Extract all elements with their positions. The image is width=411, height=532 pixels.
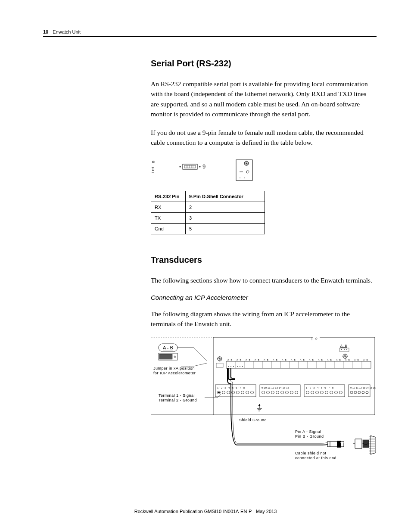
svg-text:A - B: A - B — [345, 358, 350, 361]
svg-point-38 — [174, 357, 175, 357]
svg-text:A - B: A - B — [318, 358, 323, 361]
header-title: Enwatch Unit — [53, 29, 81, 34]
svg-point-118 — [366, 391, 368, 394]
svg-point-92 — [218, 392, 220, 393]
svg-point-116 — [358, 391, 361, 394]
table-cell: RX — [151, 202, 186, 212]
table-row: RX 2 — [151, 202, 265, 212]
svg-point-78 — [230, 366, 231, 367]
svg-point-101 — [295, 391, 298, 394]
icp-wiring-diagram: A - B A - B Jumper in xA position for IC… — [151, 337, 379, 467]
section-heading-transducers: Transducers — [151, 255, 372, 265]
pin-b-text: Pin B - Ground — [295, 434, 324, 439]
serial-port-diagram: 9 — [151, 159, 258, 181]
svg-point-111 — [339, 391, 342, 394]
table-row: TX 3 — [151, 212, 265, 223]
svg-point-94 — [262, 391, 265, 394]
svg-text:A - B: A - B — [327, 358, 332, 361]
svg-text:9-10-11-12-13-14-15-16: 9-10-11-12-13-14-15-16 — [350, 386, 376, 389]
svg-point-98 — [281, 391, 284, 394]
svg-point-106 — [316, 391, 319, 394]
page-footer: Rockwell Automation Publication GMSI10-I… — [0, 509, 411, 514]
main-content: Serial Port (RS-232) An RS-232 compatibl… — [151, 59, 372, 467]
svg-point-28 — [341, 349, 342, 350]
svg-point-110 — [335, 391, 338, 394]
svg-text:A - B: A - B — [273, 358, 278, 361]
svg-point-104 — [306, 391, 309, 394]
svg-text:A - B: A - B — [282, 358, 287, 361]
svg-point-108 — [325, 391, 328, 394]
shield-ground-text: Shield Ground — [239, 418, 267, 422]
svg-point-16 — [244, 177, 245, 178]
svg-rect-36 — [159, 354, 172, 359]
table-cell: 3 — [186, 212, 265, 223]
page-header: 10 Enwatch Unit — [43, 29, 377, 37]
transducers-paragraph-2: The following diagram shows the wiring f… — [151, 309, 372, 329]
svg-text:A - B: A - B — [363, 358, 368, 361]
terminal-text-2: Terminal 2 - Ground — [159, 398, 197, 402]
svg-point-10 — [199, 166, 201, 167]
table-cell: TX — [151, 212, 186, 223]
table-cell: 5 — [186, 223, 265, 234]
svg-point-79 — [233, 366, 234, 367]
svg-point-85 — [222, 391, 225, 394]
svg-text:A - B: A - B — [264, 358, 269, 361]
svg-point-15 — [240, 177, 240, 178]
table-row: Gnd 5 — [151, 223, 265, 234]
jumper-text-2: for ICP Accelerometer — [153, 371, 196, 375]
svg-point-114 — [350, 391, 353, 394]
svg-text:1 - 2 - 3 - 4 - 5 - 6 - 7 - 8: 1 - 2 - 3 - 4 - 5 - 6 - 7 - 8 — [306, 386, 334, 389]
svg-point-91 — [251, 391, 254, 394]
svg-point-89 — [241, 391, 244, 394]
terminal-strip: A - BA - B A - BA - B A - BA - B A - BA … — [226, 358, 371, 368]
svg-point-81 — [240, 366, 240, 367]
channel-blocks: 1 - 2 - 3 - 4 - 5 - 6 - 7 - 8 9-10-11-12… — [215, 385, 376, 397]
pin-9-label: 9 — [202, 163, 206, 170]
svg-text:A - B: A - B — [354, 358, 359, 361]
table-header-pin: RS-232 Pin — [151, 191, 186, 202]
cable-note-2: connected at this end — [295, 456, 336, 460]
svg-point-109 — [330, 391, 333, 394]
svg-point-86 — [227, 391, 230, 394]
svg-marker-123 — [258, 404, 261, 406]
svg-point-87 — [232, 391, 235, 394]
svg-point-95 — [267, 391, 270, 394]
svg-line-42 — [218, 394, 221, 398]
svg-text:A - B: A - B — [336, 358, 341, 361]
ab-label: A - B — [163, 345, 173, 350]
svg-point-117 — [362, 391, 364, 394]
svg-point-90 — [246, 391, 249, 394]
subsection-heading-icp: Connecting an ICP Accelerometer — [151, 294, 372, 301]
svg-point-30 — [346, 349, 347, 350]
svg-line-40 — [194, 363, 207, 366]
svg-point-96 — [271, 391, 274, 394]
svg-point-99 — [286, 391, 289, 394]
table-cell: Gnd — [151, 223, 186, 234]
svg-point-14 — [246, 171, 249, 173]
table-cell: 2 — [186, 202, 265, 212]
svg-point-82 — [242, 366, 243, 367]
svg-text:A - B: A - B — [300, 358, 305, 361]
serial-paragraph-2: If you do not use a 9-pin female to fema… — [151, 128, 372, 148]
page-number: 10 — [43, 29, 48, 34]
pin-table: RS-232 Pin 9-Pin D-Shell Connector RX 2 … — [151, 191, 265, 234]
svg-point-88 — [237, 391, 240, 394]
section-heading-serial: Serial Port (RS-232) — [151, 59, 372, 68]
svg-point-2 — [180, 166, 181, 167]
svg-point-97 — [276, 391, 279, 394]
svg-point-107 — [321, 391, 324, 394]
svg-point-77 — [228, 366, 229, 367]
ab-small-label: A - B — [340, 344, 347, 347]
svg-point-29 — [344, 349, 345, 350]
svg-text:A - B: A - B — [255, 358, 260, 361]
svg-point-115 — [354, 391, 357, 394]
svg-rect-3 — [183, 164, 197, 169]
table-header-connector: 9-Pin D-Shell Connector — [186, 191, 265, 202]
svg-text:A - B: A - B — [227, 358, 233, 361]
pin-a-text: Pin A - Signal — [295, 429, 321, 434]
block-label-9-16: 9-10-11-12-13-14-15-16 — [262, 386, 290, 389]
svg-text:A - B: A - B — [309, 358, 314, 361]
svg-rect-127 — [337, 441, 341, 448]
svg-line-34 — [194, 348, 207, 361]
transducers-paragraph-1: The following sections show how to conne… — [151, 275, 372, 285]
